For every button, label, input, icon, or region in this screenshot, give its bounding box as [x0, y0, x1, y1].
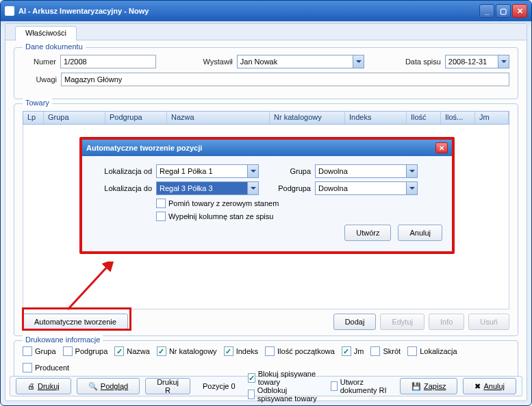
auto-create-dialog: Automatyczne tworzenie pozycji ✕ Lokaliz…: [79, 137, 455, 254]
anuluj-button[interactable]: Anuluj: [398, 225, 442, 241]
col-jm[interactable]: Jm: [475, 112, 509, 124]
col-lp[interactable]: Lp: [23, 112, 44, 124]
col-indeks[interactable]: Indeks: [345, 112, 407, 124]
towary-group: Towary Lp Grupa Podgrupa Nazwa Nr katalo…: [14, 103, 518, 336]
grupa-label: Grupa: [263, 167, 311, 175]
numer-input[interactable]: [60, 55, 156, 68]
app-icon: [5, 6, 14, 16]
grid-body: Automatyczne tworzenie pozycji ✕ Lokaliz…: [23, 125, 509, 309]
zapisz-button[interactable]: 💾Zapisz: [400, 378, 457, 394]
chk-utworz-ri[interactable]: Utworz dokumenty RI: [331, 378, 389, 394]
dane-dokumentu-group: Dane dokumentu Numer Wystawił Jan Nowak …: [14, 47, 518, 99]
maximize-button[interactable]: ▢: [496, 4, 511, 18]
chk-odblokuj[interactable]: Odblokuj spisywane towary: [248, 386, 320, 403]
lok-do-label: Lokalizacja do: [92, 184, 152, 192]
podglad-button[interactable]: 🔍Podgląd: [77, 378, 140, 394]
wypelnij-checkbox[interactable]: Wypełnij kolumnę stan ze spisu: [156, 212, 273, 221]
numer-label: Numer: [23, 58, 60, 66]
col-nrk[interactable]: Nr katalogowy: [270, 112, 345, 124]
tab-strip: Właściwości: [5, 24, 527, 40]
minimize-button[interactable]: _: [479, 4, 494, 18]
chk-grupa[interactable]: Grupa: [23, 346, 56, 356]
podgrupa-combo[interactable]: Dowolna: [315, 181, 418, 195]
drukuj-button[interactable]: 🖨Drukuj: [16, 378, 71, 394]
drukuj-r-button[interactable]: Drukuj R: [145, 378, 190, 394]
footer-bar: 🖨Drukuj 🔍Podgląd Drukuj R Pozycje 0 Blok…: [10, 376, 522, 396]
magnifier-icon: 🔍: [88, 382, 98, 391]
drukowane-legend: Drukowane informacje: [23, 335, 103, 344]
chk-lokalizacja[interactable]: Lokalizacja: [407, 346, 457, 356]
window-title: AI - Arkusz Inwentaryzacyjny - Nowy: [18, 7, 479, 15]
printer-icon: 🖨: [27, 382, 35, 390]
grupa-combo[interactable]: Dowolna: [315, 164, 418, 178]
uwagi-input[interactable]: [61, 73, 509, 86]
close-button[interactable]: ✕: [512, 4, 527, 18]
pozycje-value: 0: [231, 382, 236, 390]
titlebar: AI - Arkusz Inwentaryzacyjny - Nowy _ ▢ …: [1, 1, 531, 21]
chk-podgrupa[interactable]: Podgrupa: [63, 346, 108, 356]
footer-anuluj-button[interactable]: ✖Anuluj: [463, 378, 516, 394]
chk-nazwa[interactable]: Nazwa: [114, 346, 150, 356]
col-nazwa[interactable]: Nazwa: [167, 112, 270, 124]
chevron-down-icon[interactable]: [406, 165, 417, 177]
cancel-icon: ✖: [474, 382, 481, 391]
chk-skrot[interactable]: Skrót: [370, 346, 401, 356]
podgrupa-label: Podgrupa: [263, 184, 311, 192]
client-area: Właściwości Dane dokumentu Numer Wystawi…: [5, 23, 527, 401]
col-grupa[interactable]: Grupa: [44, 112, 105, 124]
chk-indeks[interactable]: Indeks: [224, 346, 258, 356]
dane-dokumentu-legend: Dane dokumentu: [23, 42, 86, 51]
pomin-checkbox[interactable]: Pomiń towary z zerowym stanem: [156, 199, 279, 208]
lok-do-combo[interactable]: Regał 3 Półka 3: [156, 181, 259, 195]
lok-od-label: Lokalizacja od: [92, 167, 152, 175]
main-window: AI - Arkusz Inwentaryzacyjny - Nowy _ ▢ …: [0, 0, 532, 406]
chk-nrk[interactable]: Nr katalogowy: [157, 346, 217, 356]
lok-od-combo[interactable]: Regał 1 Półka 1: [156, 164, 259, 178]
col-ilosc2[interactable]: Iloś...: [441, 112, 475, 124]
chevron-down-icon[interactable]: [247, 165, 258, 177]
annotation-arrow: [61, 262, 116, 313]
info-button: Info: [429, 314, 464, 330]
dodaj-button[interactable]: Dodaj: [333, 314, 377, 330]
auto-tworzenie-button[interactable]: Automatyczne tworzenie: [23, 314, 128, 330]
wystawil-label: Wystawił: [156, 58, 237, 66]
col-ilosc[interactable]: Ilość: [407, 112, 441, 124]
chevron-down-icon[interactable]: [247, 182, 258, 194]
save-icon: 💾: [411, 382, 421, 391]
utworz-button[interactable]: Utwórz: [344, 225, 391, 241]
col-podgrupa[interactable]: Podgrupa: [105, 112, 167, 124]
data-spisu-label: Data spisu: [364, 58, 445, 66]
wystawil-combo[interactable]: Jan Nowak: [237, 55, 364, 68]
edytuj-button: Edytuj: [380, 314, 425, 330]
pozycje-label: Pozycje: [203, 382, 229, 390]
chk-jm[interactable]: Jm: [342, 346, 364, 356]
chevron-down-icon[interactable]: [406, 182, 417, 194]
dialog-close-button[interactable]: ✕: [435, 142, 448, 153]
svg-line-0: [68, 265, 109, 309]
usun-button: Usuń: [468, 314, 509, 330]
dialog-title: Automatyczne tworzenie pozycji: [86, 144, 435, 152]
towary-legend: Towary: [23, 99, 52, 107]
chevron-down-icon[interactable]: [353, 55, 364, 68]
chevron-down-icon[interactable]: [498, 55, 509, 68]
data-spisu-combo[interactable]: 2008-12-31: [445, 55, 509, 68]
grid-header: Lp Grupa Podgrupa Nazwa Nr katalogowy In…: [23, 111, 509, 125]
tab-wlasciwosci[interactable]: Właściwości: [15, 26, 77, 41]
chk-ilosc-p[interactable]: Ilość początkowa: [265, 346, 335, 356]
chk-producent[interactable]: Producent: [23, 363, 69, 372]
uwagi-label: Uwagi: [23, 75, 61, 84]
chk-blokuj[interactable]: Blokuj spisywane towary: [248, 370, 320, 386]
